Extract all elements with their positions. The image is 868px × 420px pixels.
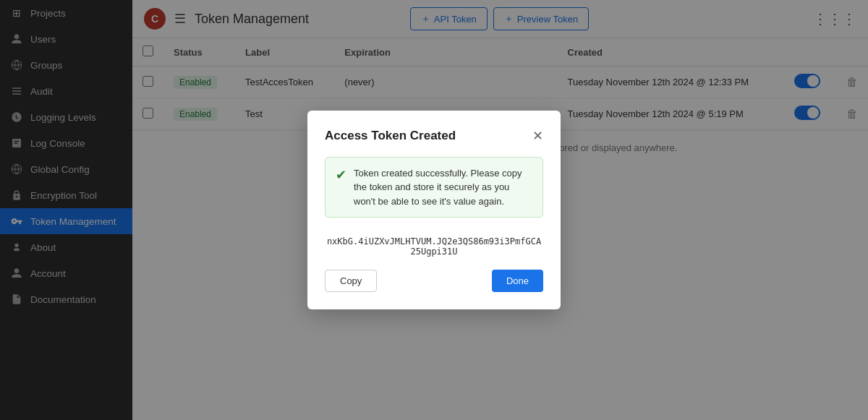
access-token-modal: Access Token Created ✕ ✔ Token created s… [307,111,561,310]
modal-overlay[interactable]: Access Token Created ✕ ✔ Token created s… [0,0,868,420]
modal-title: Access Token Created [325,129,456,143]
close-icon[interactable]: ✕ [532,128,543,144]
modal-footer: Copy Done [325,270,543,292]
token-value: nxKbG.4iUZXvJMLHTVUM.JQ2e3QS86m93i3PmfGC… [325,229,543,270]
done-button[interactable]: Done [492,270,543,292]
success-box: ✔ Token created successfully. Please cop… [325,157,543,218]
modal-header: Access Token Created ✕ [325,128,543,144]
copy-button[interactable]: Copy [325,270,377,292]
success-check-icon: ✔ [336,167,346,183]
success-message: Token created successfully. Please copy … [354,166,532,209]
